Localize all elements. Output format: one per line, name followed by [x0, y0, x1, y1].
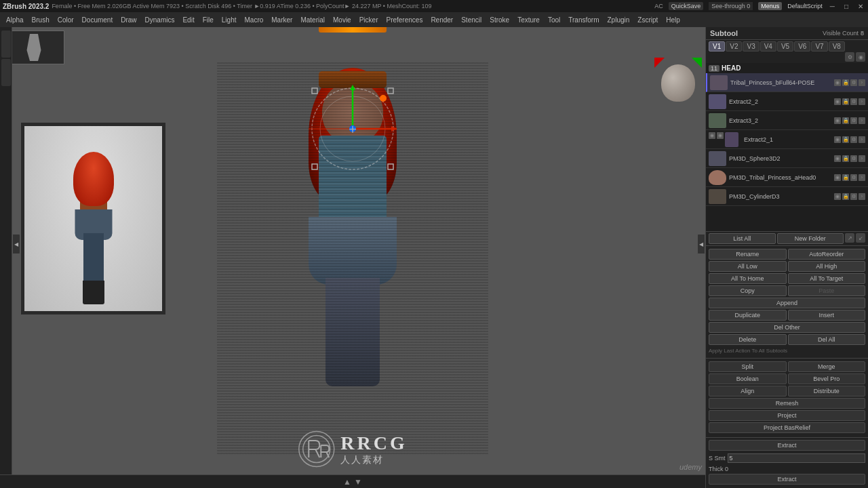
all-to-home-btn[interactable]: All To Home	[709, 273, 787, 284]
delete-btn[interactable]: Delete	[709, 334, 787, 345]
chevron-icon-4[interactable]: ›	[859, 136, 865, 143]
menu-item-tool[interactable]: Tool	[545, 15, 564, 25]
bottom-arrow-down[interactable]: ▼	[354, 477, 362, 487]
menu-item-dynamics[interactable]: Dynamics	[142, 15, 178, 25]
menu-item-texture[interactable]: Texture	[514, 15, 543, 25]
project-bas-relief-btn[interactable]: Project BasRelief	[709, 422, 865, 433]
settings-sm-icon-6[interactable]: ⚙	[850, 174, 857, 181]
menu-item-light[interactable]: Light	[218, 15, 240, 25]
append-btn[interactable]: Append	[709, 298, 865, 308]
subtool-pm3d-sphere[interactable]: PM3D_Sphere3D2 ◉ 🔒 ⚙ ›	[706, 149, 868, 168]
auto-reorder-btn[interactable]: AutoReorder	[788, 249, 866, 260]
lock-icon-5[interactable]: 🔒	[842, 155, 849, 162]
menu-item-picker[interactable]: Picker	[356, 15, 382, 25]
menu-item-preferences[interactable]: Preferences	[382, 15, 426, 25]
subtool-tribal-princess[interactable]: Tribal_Princess_bFull64-POSE ◉ 🔒 ⚙ ›	[706, 73, 868, 92]
menu-item-zscript[interactable]: Zscript	[634, 15, 661, 25]
menu-item-alpha[interactable]: Alpha	[3, 15, 27, 25]
import-icon[interactable]: ↙	[856, 233, 865, 243]
settings-sm-icon[interactable]: ⚙	[850, 79, 857, 86]
subtool-extract2-2[interactable]: Extract2_2 ◉ 🔒 ⚙ ›	[706, 92, 868, 111]
version-tab-v6[interactable]: V6	[794, 41, 810, 52]
collapse-left-panel-btn[interactable]: ◀	[12, 234, 20, 254]
lock-icon-7[interactable]: 🔒	[842, 193, 849, 200]
merge-btn[interactable]: Merge	[788, 361, 866, 372]
settings-sm-icon-7[interactable]: ⚙	[850, 193, 857, 200]
eye-a-icon[interactable]: ◉	[709, 132, 715, 139]
chevron-icon-2[interactable]: ›	[859, 98, 865, 105]
menu-item-file[interactable]: File	[199, 15, 217, 25]
paste-btn[interactable]: Paste	[788, 285, 866, 296]
extract-label-btn[interactable]: Extract	[709, 440, 865, 451]
eye-vis-icon-2[interactable]: ◉	[834, 98, 841, 105]
quick-save-btn[interactable]: QuickSave	[669, 2, 704, 10]
menu-item-edit[interactable]: Edit	[179, 15, 197, 25]
settings-sm-icon-4[interactable]: ⚙	[850, 136, 857, 143]
menu-item-material[interactable]: Material	[297, 15, 328, 25]
remesh-btn[interactable]: Remesh	[709, 398, 865, 409]
version-tab-v5[interactable]: V5	[777, 41, 793, 52]
settings-sm-icon-3[interactable]: ⚙	[850, 117, 857, 124]
s-smt-input[interactable]	[728, 453, 865, 463]
eye-vis-icon-3[interactable]: ◉	[834, 117, 841, 124]
eye-b-icon[interactable]: ◉	[717, 132, 724, 139]
minimize-btn[interactable]: ─	[828, 3, 837, 10]
align-btn[interactable]: Align	[709, 386, 787, 396]
chevron-icon-3[interactable]: ›	[859, 117, 865, 124]
menu-item-marker[interactable]: Marker	[268, 15, 296, 25]
export-icon[interactable]: ↗	[845, 233, 854, 243]
rename-btn[interactable]: Rename	[709, 249, 787, 260]
chevron-icon-5[interactable]: ›	[859, 155, 865, 162]
lock-icon-6[interactable]: 🔒	[842, 174, 849, 181]
menu-item-brush[interactable]: Brush	[28, 15, 53, 25]
subtool-pm3d-cylinder[interactable]: PM3D_CylinderD3 ◉ 🔒 ⚙ ›	[706, 187, 868, 206]
bevel-pro-btn[interactable]: Bevel Pro	[788, 373, 866, 384]
menu-item-color[interactable]: Color	[54, 15, 77, 25]
maximize-btn[interactable]: □	[842, 3, 850, 10]
gear-icon[interactable]: ⚙	[845, 52, 854, 62]
project-btn[interactable]: Project	[709, 410, 865, 421]
subtool-pm3d-tribal-head[interactable]: PM3D_Tribal_Princess_aHead0 ◉ 🔒 ⚙ ›	[706, 168, 868, 187]
menu-item-stroke[interactable]: Stroke	[486, 15, 513, 25]
menu-item-movie[interactable]: Movie	[330, 15, 355, 25]
all-low-btn[interactable]: All Low	[709, 261, 787, 272]
settings-sm-icon-5[interactable]: ⚙	[850, 155, 857, 162]
subtool-extract2-1[interactable]: ◉ ◉ Extract2_1 ◉ 🔒 ⚙ ›	[706, 130, 868, 149]
menu-item-draw[interactable]: Draw	[117, 15, 140, 25]
menu-item-transform[interactable]: Transform	[565, 15, 602, 25]
menus-btn[interactable]: Menus	[758, 2, 782, 10]
eye-vis-icon-6[interactable]: ◉	[834, 174, 841, 181]
lock-icon[interactable]: 🔒	[842, 79, 849, 86]
version-tab-v7[interactable]: V7	[811, 41, 827, 52]
lock-icon-4[interactable]: 🔒	[842, 136, 849, 143]
new-folder-btn[interactable]: New Folder	[777, 233, 844, 244]
version-tab-v4[interactable]: V4	[760, 41, 776, 52]
menu-item-render[interactable]: Render	[427, 15, 456, 25]
eye-vis-icon[interactable]: ◉	[834, 79, 841, 86]
main-viewport[interactable]: + RRCG 人人素材 udemy	[0, 27, 705, 474]
menu-item-zplugin[interactable]: Zplugin	[604, 15, 633, 25]
del-other-btn[interactable]: Del Other	[709, 322, 865, 333]
left-tab-1[interactable]	[1, 30, 11, 58]
version-tab-v3[interactable]: V3	[743, 41, 759, 52]
menu-item-stencil[interactable]: Stencil	[458, 15, 485, 25]
chevron-icon-6[interactable]: ›	[859, 174, 865, 181]
eye-icon[interactable]: ◉	[856, 52, 865, 62]
insert-btn[interactable]: Insert	[788, 310, 866, 321]
see-through[interactable]: See-through 0	[709, 2, 753, 10]
left-tab-2[interactable]	[1, 59, 11, 86]
extract-execute-btn[interactable]: Extract	[709, 474, 865, 485]
lock-icon-2[interactable]: 🔒	[842, 98, 849, 105]
copy-btn[interactable]: Copy	[709, 285, 787, 296]
viewport[interactable]: + RRCG 人人素材 udemy	[0, 27, 705, 474]
version-tab-v1[interactable]: V1	[709, 41, 725, 52]
chevron-icon-7[interactable]: ›	[859, 193, 865, 200]
distribute-btn[interactable]: Distribute	[788, 386, 866, 396]
menu-item-document[interactable]: Document	[79, 15, 117, 25]
duplicate-btn[interactable]: Duplicate	[709, 310, 787, 321]
del-all-btn[interactable]: Del All	[788, 334, 866, 345]
menu-item-macro[interactable]: Macro	[241, 15, 267, 25]
menu-item-help[interactable]: Help	[663, 15, 684, 25]
close-btn[interactable]: ✕	[856, 3, 865, 10]
version-tab-v2[interactable]: V2	[726, 41, 742, 52]
